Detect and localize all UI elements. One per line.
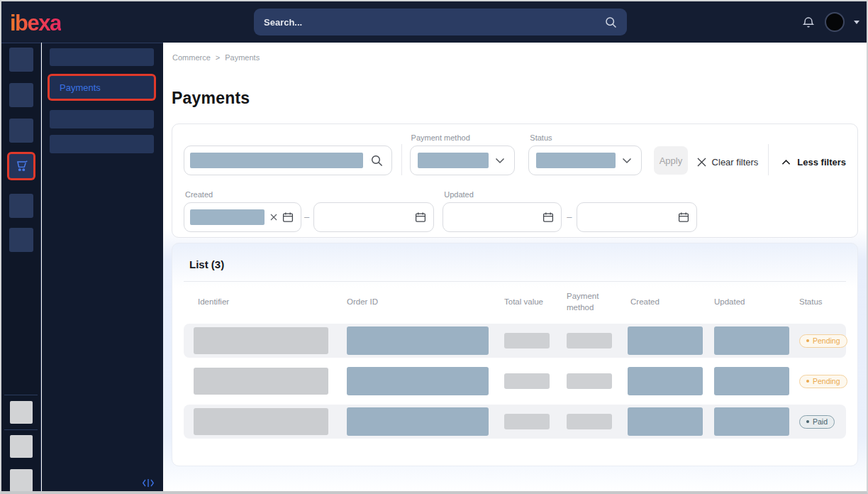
calendar-icon[interactable]	[282, 212, 294, 223]
calendar-icon[interactable]	[542, 212, 554, 223]
calendar-icon[interactable]	[678, 212, 689, 223]
breadcrumb-payments[interactable]: Payments	[225, 53, 260, 62]
sidebar-item-payments[interactable]: Payments	[50, 76, 154, 99]
status-dot	[806, 339, 809, 342]
filter-search-value-placeholder	[190, 153, 363, 168]
status-badge-label: Paid	[813, 417, 828, 426]
chevron-down-icon	[622, 158, 632, 164]
filters-row-dates: Created –	[184, 190, 846, 232]
clear-filters-button[interactable]: Clear filters	[697, 157, 759, 168]
apply-button[interactable]: Apply	[654, 146, 687, 175]
updated-label: Updated	[444, 190, 562, 199]
rail-menu-item-commerce[interactable]	[9, 154, 33, 178]
sidebar-item-4[interactable]	[50, 135, 154, 153]
search-icon[interactable]	[371, 155, 383, 167]
column-header-total-value: Total value	[504, 297, 567, 308]
cell-order-id-placeholder	[347, 367, 489, 395]
rail-menu-item-3[interactable]	[9, 119, 33, 143]
list-title: List (3)	[189, 258, 846, 270]
search-icon[interactable]	[605, 16, 617, 28]
cell-created-placeholder	[628, 367, 703, 395]
updated-from-input[interactable]	[443, 202, 562, 232]
created-from-value-placeholder	[190, 209, 265, 225]
table-row[interactable]: Paid	[184, 405, 846, 439]
top-bar: ibexa	[1, 1, 867, 43]
rail-menu-item-2[interactable]	[9, 83, 33, 107]
status-badge-label: Pending	[813, 377, 840, 385]
rail-bottom-item-3[interactable]	[10, 469, 33, 492]
range-dash: –	[567, 212, 572, 222]
column-header-updated: Updated	[714, 297, 799, 308]
global-search-input[interactable]	[254, 17, 605, 28]
status-select[interactable]	[528, 146, 642, 175]
breadcrumb-separator: >	[216, 53, 220, 62]
created-to-input[interactable]	[313, 202, 434, 232]
chevron-down-icon	[495, 158, 505, 164]
user-menu-caret-icon[interactable]	[854, 21, 859, 24]
cell-payment-method-placeholder	[567, 414, 612, 429]
table-row[interactable]: Pending	[184, 324, 846, 358]
table-row[interactable]: Pending	[184, 364, 846, 398]
main-content: Commerce > Payments Payments Payment met…	[163, 43, 867, 491]
status-label: Status	[530, 133, 642, 142]
ibexa-logo[interactable]: ibexa	[10, 11, 61, 36]
sidebar-item-3[interactable]	[50, 110, 154, 128]
cell-order-id-placeholder	[347, 407, 489, 436]
clear-date-icon[interactable]	[270, 214, 277, 221]
notifications-bell-icon[interactable]	[801, 15, 816, 30]
payment-method-field: Payment method	[410, 133, 515, 175]
rail-divider	[4, 429, 38, 430]
cell-updated-placeholder	[714, 367, 789, 395]
top-bar-actions	[801, 1, 859, 43]
rail-menu-item-6[interactable]	[9, 228, 33, 252]
status-dot	[806, 380, 809, 383]
cell-updated-placeholder	[714, 326, 789, 355]
cell-updated-placeholder	[714, 407, 789, 436]
payment-method-select[interactable]	[410, 146, 515, 175]
payment-method-label: Payment method	[411, 133, 515, 142]
rail-bottom-item-1[interactable]	[10, 401, 33, 424]
cell-payment-method-placeholder	[567, 373, 612, 389]
app-window: ibexa	[0, 0, 868, 494]
filter-divider	[401, 144, 402, 175]
page-title: Payments	[172, 89, 250, 108]
sidebar-item-1[interactable]	[50, 48, 154, 66]
updated-to-input[interactable]	[577, 202, 697, 232]
close-icon	[697, 158, 706, 167]
status-badge-label: Pending	[813, 336, 840, 345]
secondary-sidebar: Payments	[42, 43, 163, 491]
breadcrumb-commerce[interactable]: Commerce	[172, 53, 211, 62]
range-dash: –	[304, 212, 309, 222]
rail-menu-item-5[interactable]	[9, 194, 33, 218]
created-from-input[interactable]	[184, 202, 301, 232]
updated-range-field: Updated	[443, 190, 562, 232]
column-header-payment-method: Payment method	[567, 291, 606, 313]
cell-identifier-placeholder	[194, 408, 328, 435]
filter-search-input[interactable]	[184, 146, 392, 175]
table-header-row: Identifier Order ID Total value Payment …	[184, 282, 846, 317]
cell-total-value-placeholder	[504, 373, 550, 389]
calendar-icon[interactable]	[415, 212, 426, 223]
cell-created-placeholder	[628, 326, 703, 355]
filters-panel: Payment method Status	[172, 124, 858, 238]
rail-menu-item-1[interactable]	[9, 48, 33, 72]
cell-payment-method-placeholder	[567, 333, 612, 348]
list-panel: List (3) Identifier Order ID Total value…	[172, 243, 858, 466]
user-avatar[interactable]	[825, 12, 845, 32]
less-filters-toggle[interactable]: Less filters	[781, 157, 846, 168]
rail-bottom-item-2[interactable]	[10, 435, 33, 458]
sidebar-item-payments-label: Payments	[60, 82, 101, 93]
status-value-placeholder	[536, 153, 616, 168]
rail-divider	[4, 395, 38, 395]
status-dot	[806, 420, 809, 423]
payment-method-value-placeholder	[418, 153, 489, 168]
cell-identifier-placeholder	[194, 368, 328, 395]
created-range-field: Created	[184, 190, 301, 232]
cell-total-value-placeholder	[504, 414, 550, 429]
status-field: Status	[528, 133, 642, 175]
global-search-bar	[254, 9, 627, 35]
created-label: Created	[185, 190, 301, 199]
column-header-status: Status	[799, 297, 846, 308]
sidebar-collapse-icon[interactable]	[142, 478, 155, 488]
column-header-identifier: Identifier	[184, 297, 347, 308]
